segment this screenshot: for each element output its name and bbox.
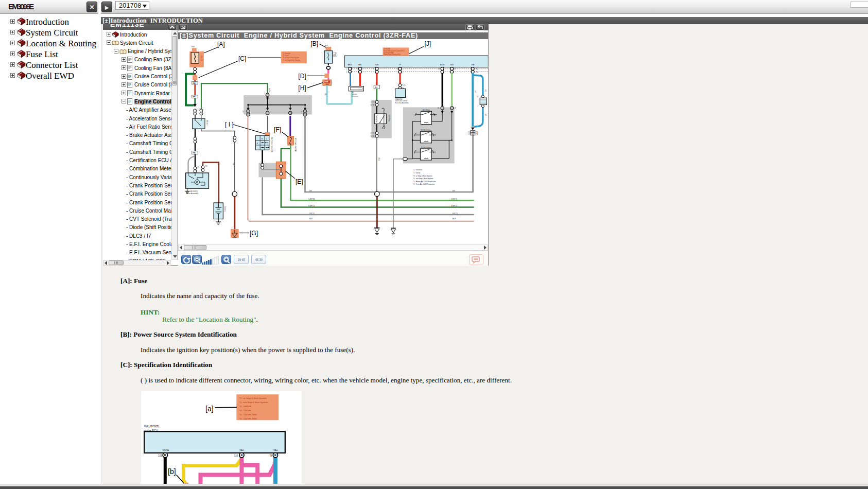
svg-text:NE+: NE+ (239, 449, 244, 451)
svg-text:* 2 : w/o Stop & Start System: * 2 : w/o Stop & Start System (239, 401, 268, 404)
svg-text:5-NF(*2): 5-NF(*2) (451, 198, 457, 200)
svg-text:ECU Sub-Assembly: ECU Sub-Assembly (395, 102, 409, 104)
svg-text:(*1): (*1) (197, 166, 200, 168)
svg-text:* 1 : w/ Stop & Start System: * 1 : w/ Stop & Start System (239, 397, 267, 399)
svg-text:4-2: 4-2 (474, 91, 476, 93)
svg-text:ACC Relay: ACC Relay (423, 109, 430, 111)
svg-text:[A]: [A] (217, 41, 225, 48)
svg-text:2: 2 (362, 68, 363, 70)
svg-text:110: 110 (234, 455, 238, 457)
svg-text:[F]: [F] (274, 126, 281, 133)
svg-text:LB: LB (324, 93, 326, 95)
svg-text:B: B (164, 453, 166, 457)
svg-text:6-NF(*2): 6-NF(*2) (308, 205, 315, 207)
svg-text:DR(*1): DR(*1) (309, 213, 315, 215)
svg-text:ST RLY: ST RLY (206, 120, 208, 126)
svg-text:* 6 : 1NZ-FE 4WD: * 6 : 1NZ-FE 4WD (239, 417, 257, 420)
svg-text:*4 : w/o Stop & Start System: *4 : w/o Stop & Start System (413, 178, 433, 180)
svg-text:ACCB: ACCB (440, 64, 444, 66)
svg-text:18 (*6): 18 (*6) (370, 135, 374, 137)
svg-text:1DM (J/B): 1DM (J/B) (384, 48, 390, 50)
svg-text:D8B: D8B (324, 81, 328, 83)
svg-text:(*2): (*2) (205, 165, 207, 167)
svg-text:10: 10 (242, 111, 245, 113)
svg-text:(*5): (*5) (476, 68, 478, 70)
svg-text:[C]: [C] (238, 55, 246, 62)
svg-text:IG2B: IG2B (375, 64, 378, 66)
svg-text:(*4): (*4) (476, 131, 478, 133)
svg-text:[D]: [D] (298, 73, 306, 80)
svg-text:1: 1 (346, 71, 348, 73)
svg-text:P-B: P-B (232, 163, 234, 165)
svg-text:Power Source Control ECU: Power Source Control ECU (384, 54, 401, 56)
svg-text:9: 9 (373, 68, 374, 70)
svg-text:[b]: [b] (168, 467, 176, 476)
svg-text:1: 1 (346, 68, 348, 70)
svg-text:N: N (262, 138, 263, 140)
svg-text:A21 Clutch Start SW: A21 Clutch Start SW (294, 138, 297, 152)
svg-text:IP: IP (400, 64, 401, 66)
svg-text:11: 11 (477, 96, 478, 98)
svg-text:DR(*1): DR(*1) (453, 213, 458, 215)
svg-text:20: 20 (455, 107, 456, 109)
svg-text:* 5 : 1NZ-FE 2WD: * 5 : 1NZ-FE 2WD (239, 413, 257, 416)
svg-text:W-B: W-B (378, 158, 380, 161)
svg-text:AM2D: AM2D (348, 64, 353, 66)
svg-text:6-NF(*2): 6-NF(*2) (451, 205, 457, 207)
svg-text:EA1: EA1 (193, 82, 197, 84)
svg-text:ALB: ALB (453, 218, 456, 220)
svg-text:Connector: Connector (352, 95, 358, 97)
svg-text:*3 : w/ Stop & Start System: *3 : w/ Stop & Start System (283, 57, 300, 59)
svg-text:VCNE: VCNE (163, 449, 169, 451)
svg-text:[G]: [G] (250, 230, 258, 237)
svg-text:AM2: AM2 (358, 64, 362, 66)
svg-text:*1 : Gasoline: *1 : Gasoline (413, 169, 422, 171)
svg-text:17 (*5): 17 (*5) (370, 132, 374, 134)
svg-text:Power Management Control ECU: Power Management Control ECU (384, 50, 405, 52)
svg-text:EM1: EM1 (192, 46, 195, 48)
svg-text:*1 : Gasoline: *1 : Gasoline (283, 53, 291, 55)
svg-text:ALB: ALB (309, 218, 313, 220)
svg-text:13: 13 (438, 68, 440, 70)
svg-text:[ I ]: [ I ] (225, 121, 234, 128)
svg-text:(*3): (*3) (476, 133, 478, 135)
svg-text:ST1 NO.2 Relay: ST1 NO.2 Relay (421, 147, 431, 149)
svg-text:*5 : Before Apr. 2012 Producti: *5 : Before Apr. 2012 Production (413, 181, 436, 183)
svg-text:IG2 Relay: IG2 Relay (388, 115, 390, 121)
svg-text:17: 17 (468, 133, 470, 135)
svg-text:[H]: [H] (298, 84, 306, 92)
svg-text:DR: DR (309, 190, 312, 192)
svg-text:EA1: EA1 (193, 152, 197, 154)
svg-text:STA: STA (471, 64, 474, 66)
svg-text:*4 : w/o Stop & Start System: *4 : w/o Stop & Start System (283, 59, 301, 61)
svg-text:ECM (3ZR-FAE): ECM (3ZR-FAE) (384, 52, 394, 54)
svg-text:109: 109 (158, 455, 162, 457)
svg-text:B: B (240, 453, 242, 457)
svg-text:NO.2: NO.2 (334, 56, 337, 58)
svg-text:IG2D: IG2D (450, 64, 454, 66)
svg-text:EA1: EA1 (193, 96, 197, 98)
svg-text:*2 : Diesel: *2 : Diesel (283, 55, 289, 57)
svg-text:[a]: [a] (205, 405, 214, 413)
svg-text:12 (*6): 12 (*6) (370, 104, 374, 106)
svg-text:78: 78 (269, 455, 272, 457)
svg-text:2: 2 (478, 105, 479, 107)
svg-text:20: 20 (454, 68, 456, 70)
svg-text:[B]: [B] (311, 40, 319, 47)
svg-text:[E]: [E] (296, 178, 303, 185)
svg-text:1A5: 1A5 (472, 133, 474, 135)
svg-text:4-2: 4-2 (484, 90, 487, 92)
svg-text:*3 : w/ Stop & Start System: *3 : w/ Stop & Start System (413, 175, 432, 177)
svg-text:P: P (257, 143, 258, 145)
svg-text:1A6: 1A6 (472, 131, 474, 133)
svg-text:4-2: 4-2 (484, 114, 487, 116)
svg-text:Battery: Battery (224, 206, 226, 212)
svg-text:M31 Pattern Select SW: M31 Pattern Select SW (271, 137, 273, 152)
svg-text:NE+: NE+ (273, 449, 278, 451)
svg-text:5-NF(*2): 5-NF(*2) (308, 198, 315, 200)
svg-text:*6 : From Apr. 2012 Production: *6 : From Apr. 2012 Production (413, 183, 435, 185)
svg-text:11 (*5): 11 (*5) (370, 101, 374, 103)
svg-text:7 (*5): 7 (*5) (402, 84, 405, 86)
svg-text:B: B (274, 453, 276, 457)
svg-text:8(A),B23(B): 8(A),B23(B) (144, 425, 160, 428)
